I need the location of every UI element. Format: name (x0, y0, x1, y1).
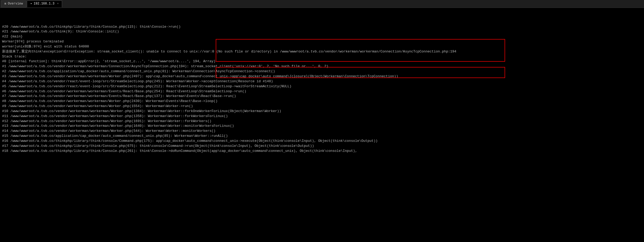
tab-bar: ⊞ Overview ▪ 192.168.1.3 ✕ (0, 0, 644, 8)
terminal-line: Worker[974] process terminated (2, 39, 642, 44)
terminal-line: #3 /www/wwwroot/a.tvb.co/vendor/workerma… (2, 74, 642, 79)
terminal-line: #1 /www/wwwroot/a.tvb.co/vendor/workerma… (2, 64, 642, 69)
terminal-line: 新连接来了,重定向think\exception\ErrorException:… (2, 49, 642, 54)
terminal-line: #7 /www/wwwroot/a.tvb.co/vendor/workerma… (2, 94, 642, 99)
tab-close-icon[interactable]: ✕ (57, 2, 59, 6)
terminal-line: #12 /www/wwwroot/a.tvb.co/vendor/workerm… (2, 119, 642, 124)
terminal-line: #0 [internal function]: think\Error::app… (2, 59, 642, 64)
terminal-line: #21 /www/wwwroot/a.tvb.co/think(9): thin… (2, 29, 642, 34)
terminal-line: #10 /www/wwwroot/a.tvb.co/vendor/workerm… (2, 109, 642, 114)
terminal-line: #9 /www/wwwroot/a.tvb.co/vendor/workerma… (2, 104, 642, 109)
tab-overview[interactable]: ⊞ Overview (1, 1, 26, 7)
terminal-line: #14 /www/wwwroot/a.tvb.co/vendor/workerm… (2, 129, 642, 134)
terminal-line: #15 /www/wwwroot/a.tvb.co/application/ca… (2, 134, 642, 139)
ssh-tab-label: 192.168.1.3 (34, 2, 54, 6)
terminal-line: #2 /www/wwwroot/a.tvb.co/application/cap… (2, 69, 642, 74)
terminal-line: Stack trace: (2, 54, 642, 59)
tab-ssh[interactable]: ▪ 192.168.1.3 ✕ (27, 1, 62, 7)
terminal-line: #11 /www/wwwroot/a.tvb.co/vendor/workerm… (2, 114, 642, 119)
ssh-tab-icon: ▪ (30, 2, 32, 6)
terminal-line: worker[unix转换:974] exit with status 6400… (2, 44, 642, 49)
terminal-line: #13 /www/wwwroot/a.tvb.co/vendor/workerm… (2, 124, 642, 129)
terminal-line: #17 /www/wwwroot/a.tvb.co/thinkphp/libra… (2, 144, 642, 149)
terminal-line: #20 /www/wwwroot/a.tvb.co/thinkphp/libra… (2, 25, 642, 30)
terminal-line: #16 /www/wwwroot/a.tvb.co/thinkphp/libra… (2, 139, 642, 144)
overview-tab-label: Overview (8, 2, 23, 6)
terminal-body: #20 /www/wwwroot/a.tvb.co/thinkphp/libra… (0, 8, 644, 242)
terminal-line: #6 /www/wwwroot/a.tvb.co/vendor/workerma… (2, 89, 642, 94)
terminal-line: #5 /www/wwwroot/a.tvb.co/vendor/react/ev… (2, 84, 642, 89)
terminal-line: #4 /www/wwwroot/a.tvb.co/vendor/react/ev… (2, 79, 642, 84)
terminal-line: #22 {main} (2, 34, 642, 39)
terminal-line: #18 /www/wwwroot/a.tvb.co/thinkphp/libra… (2, 149, 642, 154)
terminal-line: #8 /www/wwwroot/a.tvb.co/vendor/workerma… (2, 99, 642, 104)
overview-tab-icon: ⊞ (4, 2, 6, 6)
